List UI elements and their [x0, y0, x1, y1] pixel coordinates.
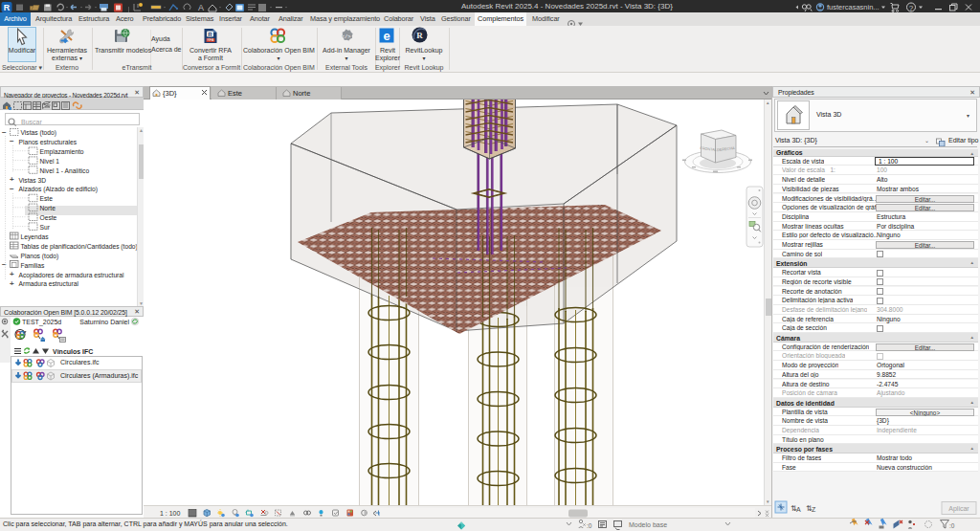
svg-text:Vistas 3D: Vistas 3D	[19, 177, 47, 184]
svg-text:Armadura estructural: Armadura estructural	[19, 280, 79, 287]
svg-text:Emplazamiento: Emplazamiento	[40, 148, 84, 156]
svg-text:−: −	[2, 260, 7, 269]
svg-text:Tablas de planificación/Cantid: Tablas de planificación/Cantidades (todo…	[21, 243, 138, 251]
svg-text::0: :0	[949, 522, 955, 529]
svg-text:Oeste: Oeste	[40, 214, 57, 221]
svg-text:A: A	[198, 3, 204, 12]
svg-text:Norte: Norte	[293, 89, 310, 98]
svg-text:Circulares.ifc: Circulares.ifc	[60, 359, 100, 365]
svg-text:Aplicar: Aplicar	[948, 505, 969, 513]
svg-text:Circulares (Armaduras).ifc: Circulares (Armaduras).ifc	[60, 372, 139, 380]
svg-text:Vistas (todo): Vistas (todo)	[21, 129, 56, 137]
svg-text:Familias: Familias	[21, 262, 46, 269]
svg-text:{3D}: {3D}	[163, 89, 177, 98]
svg-text:−: −	[10, 137, 14, 145]
svg-text:Planos estructurales: Planos estructurales	[19, 139, 78, 145]
svg-text:A: A	[796, 506, 801, 513]
svg-text:e: e	[383, 29, 390, 43]
svg-text:Nivel 1 - Analítico: Nivel 1 - Analítico	[40, 167, 90, 174]
svg-text:R: R	[4, 3, 11, 12]
svg-text:RFA: RFA	[208, 38, 215, 42]
svg-text:Nivel 1: Nivel 1	[40, 158, 60, 165]
svg-text:−: −	[2, 128, 7, 137]
svg-text:Modelo base: Modelo base	[629, 521, 667, 528]
svg-text:Planos (todo): Planos (todo)	[21, 253, 59, 260]
svg-text:1 : 100: 1 : 100	[160, 510, 181, 517]
svg-text:Este: Este	[40, 195, 54, 202]
svg-text:Buscar: Buscar	[21, 119, 42, 125]
svg-text:Vínculos IFC: Vínculos IFC	[53, 348, 93, 355]
svg-text:Saturnino Daniel: Saturnino Daniel	[79, 319, 129, 325]
svg-text:+: +	[10, 270, 14, 278]
svg-text:−: −	[10, 185, 14, 193]
svg-text:Z: Z	[812, 506, 816, 513]
svg-text:Acopladores de armadura estruc: Acopladores de armadura estructural	[19, 272, 125, 279]
svg-text:Este: Este	[228, 89, 242, 98]
svg-text:R: R	[208, 32, 212, 37]
svg-text:Sur: Sur	[40, 224, 51, 231]
svg-text:R: R	[416, 31, 423, 40]
svg-text:Norte: Norte	[40, 205, 56, 211]
svg-text:TEST_2025d: TEST_2025d	[22, 319, 61, 326]
svg-text::0: :0	[587, 522, 592, 529]
svg-text:fustercasasnin...: fustercasasnin...	[827, 3, 880, 11]
svg-text:+: +	[10, 279, 14, 288]
svg-text:</>: </>	[342, 33, 351, 40]
svg-text:?: ?	[909, 4, 914, 12]
svg-text:Leyendas: Leyendas	[21, 233, 50, 241]
svg-text:Alzados (Alzado de edificio): Alzados (Alzado de edificio)	[19, 186, 99, 193]
svg-text:+: +	[10, 175, 14, 184]
